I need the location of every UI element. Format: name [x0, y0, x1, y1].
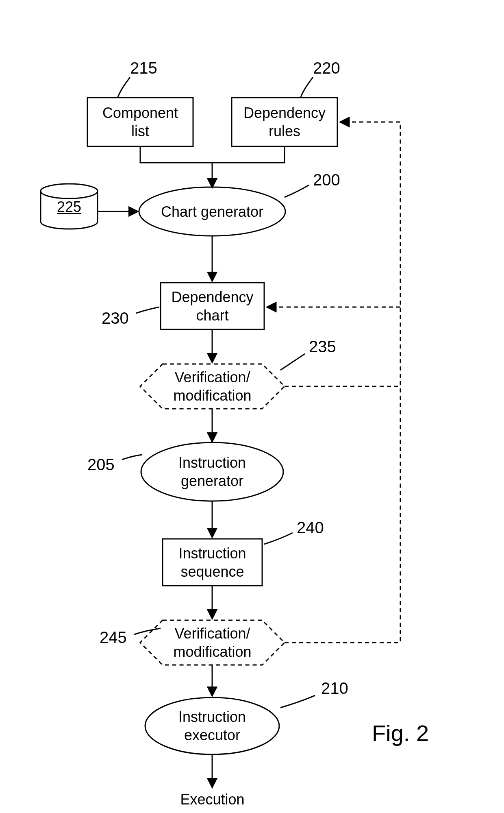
leader-205	[122, 455, 142, 460]
ref-200: 200	[313, 171, 340, 189]
leader-235	[280, 354, 305, 370]
instruction-executor-label: Instruction executor	[145, 706, 279, 746]
instruction-sequence-label: Instruction sequence	[163, 539, 262, 586]
feedback-verify2-join	[285, 386, 400, 643]
ref-220: 220	[313, 59, 340, 77]
ref-205: 205	[87, 456, 115, 474]
figure-caption: Fig. 2	[372, 720, 429, 746]
ref-235: 235	[309, 338, 336, 356]
leader-210	[280, 695, 315, 708]
dependency-chart-label: Dependency chart	[161, 283, 264, 329]
instruction-generator-label: Instruction generator	[141, 451, 283, 492]
component-list-label: Component list	[87, 98, 193, 146]
ref-215: 215	[130, 59, 157, 77]
ref-210: 210	[321, 679, 348, 697]
ref-245: 245	[100, 628, 127, 647]
leader-240	[264, 533, 293, 544]
verify1-label: Verification/ modification	[146, 366, 278, 407]
execution-label: Execution	[171, 789, 254, 809]
leader-200	[285, 185, 309, 197]
leader-230	[136, 307, 159, 313]
leader-215	[118, 77, 130, 97]
db-label: 225	[49, 198, 89, 215]
ref-230: 230	[102, 309, 129, 327]
ref-240: 240	[297, 519, 324, 537]
dependency-rules-label: Dependency rules	[232, 98, 337, 146]
merge-connector	[140, 146, 285, 163]
chart-generator-label: Chart generator	[139, 199, 285, 224]
verify2-label: Verification/ modification	[146, 622, 278, 663]
leader-220	[301, 77, 313, 97]
svg-point-0	[41, 184, 98, 198]
feedback-verify1-to-deprules	[285, 122, 400, 386]
